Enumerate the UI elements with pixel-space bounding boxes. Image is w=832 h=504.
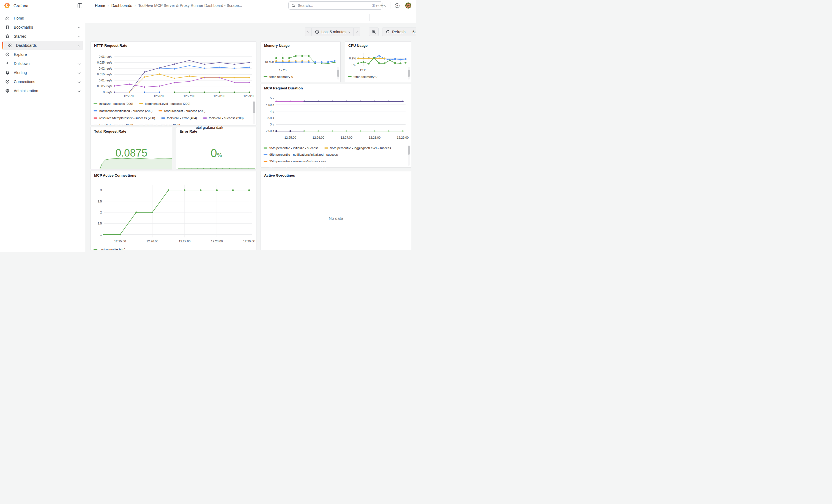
sidebar-item-administration[interactable]: Administration	[2, 86, 83, 95]
top-header: Grafana Home › Dashboards › ToolHive MCP…	[0, 0, 416, 11]
panel-error-rate: Error Rate 0%	[176, 127, 256, 169]
legend-item[interactable]: fetch-telemetry-0	[348, 75, 377, 79]
http-request-rate-chart[interactable]: 12:25:0012:26:0012:27:0012:28:0012:29:00…	[93, 53, 255, 102]
legend-scrollbar[interactable]	[408, 145, 410, 166]
panel-title[interactable]: HTTP Request Rate	[94, 44, 127, 48]
legend-item[interactable]: tools/call - success (200)	[203, 116, 244, 120]
time-shift-back-button[interactable]	[305, 27, 312, 36]
legend-item[interactable]: notifications/initialized - success (202…	[94, 109, 152, 113]
zoom-out-button[interactable]	[369, 27, 379, 36]
legend-item[interactable]: tools/call - error (404)	[161, 116, 197, 120]
svg-text:12:29:00: 12:29:00	[397, 136, 409, 139]
header-divider	[403, 2, 403, 9]
legend-item[interactable]: 95th percentile - initialize - success	[264, 146, 318, 150]
svg-text:4.50 s: 4.50 s	[266, 103, 274, 106]
panel-title[interactable]: Memory Usage	[264, 44, 289, 48]
panel-title[interactable]: Total Request Rate	[94, 129, 126, 133]
svg-text:12:26:00: 12:26:00	[154, 95, 165, 98]
legend-item[interactable]: 95th percentile - notifications/initiali…	[264, 152, 338, 157]
sidebar-item-connections[interactable]: Connections	[2, 77, 83, 86]
panel-title[interactable]: CPU Usage	[348, 44, 368, 48]
breadcrumb-current: ToolHive MCP Server & Proxy Runner Dashb…	[138, 3, 242, 8]
connections-legend: - (streamable-http)	[94, 247, 204, 250]
drilldown-icon	[5, 61, 10, 66]
sidebar-item-home[interactable]: Home	[2, 14, 83, 23]
svg-text:1: 1	[100, 233, 102, 236]
legend-scrollbar[interactable]	[337, 67, 339, 80]
grafana-logo-icon	[4, 2, 10, 9]
breadcrumb-home[interactable]: Home	[95, 3, 105, 8]
sidebar-item-explore[interactable]: Explore	[2, 50, 83, 59]
error-rate-value: 0%	[176, 147, 256, 160]
zoom-out-group	[369, 27, 379, 36]
svg-text:2.50 s: 2.50 s	[266, 129, 274, 133]
panel-title[interactable]: MCP Active Connections	[94, 173, 136, 178]
refresh-button[interactable]: Refresh	[382, 27, 409, 36]
svg-text:0.01 req/s: 0.01 req/s	[99, 79, 112, 82]
time-range-picker[interactable]: Last 5 minutes	[311, 27, 354, 36]
svg-text:12:27:00: 12:27:00	[183, 95, 196, 98]
header-divider	[390, 2, 390, 9]
memory-usage-chart[interactable]: 12:2516 MiB	[263, 49, 339, 75]
legend-item[interactable]: unknown - success (200)	[139, 123, 180, 126]
sidebar-item-dashboards[interactable]: Dashboards	[2, 41, 83, 50]
legend-scrollbar[interactable]	[253, 101, 255, 124]
panel-mcp-request-duration: MCP Request Duration 12:25:0012:26:0012:…	[261, 84, 411, 167]
grafana-app: Grafana Home › Dashboards › ToolHive MCP…	[0, 0, 416, 252]
star-icon	[5, 34, 10, 39]
no-data-message: No data	[261, 216, 411, 221]
legend-item[interactable]: logging/setLevel - success (200)	[139, 102, 190, 106]
add-new-button[interactable]: +	[380, 0, 386, 11]
panel-http-request-rate: HTTP Request Rate 12:25:0012:26:0012:27:…	[90, 41, 256, 126]
brand[interactable]: Grafana	[4, 2, 28, 9]
legend-item[interactable]: 95th percentile - resources/templates/li…	[264, 166, 340, 167]
actions-divider	[348, 14, 348, 21]
svg-text:12:25:00: 12:25:00	[285, 136, 296, 139]
legend-swatch	[139, 125, 143, 126]
refresh-interval-picker[interactable]: 5s	[409, 27, 416, 36]
legend-item[interactable]: 95th percentile - logging/setLevel - suc…	[324, 146, 391, 150]
svg-text:2: 2	[100, 211, 102, 214]
search-input[interactable]: Search... ⌘+k	[288, 1, 383, 10]
legend-item[interactable]: resources/templates/list - success (200)	[94, 116, 155, 120]
sidebar-item-drilldown[interactable]: Drilldown	[2, 59, 83, 68]
actions-divider	[369, 14, 369, 21]
panel-title[interactable]: Error Rate	[180, 129, 197, 133]
breadcrumb-dashboards[interactable]: Dashboards	[111, 3, 132, 8]
home-icon	[5, 16, 10, 21]
legend-item[interactable]: - (streamable-http)	[94, 247, 126, 250]
time-range-group: Last 5 minutes	[305, 27, 360, 36]
time-shift-forward-button[interactable]	[353, 27, 360, 36]
panel-title[interactable]: MCP Request Duration	[264, 86, 303, 90]
legend-swatch	[264, 76, 267, 77]
svg-text:3 s: 3 s	[270, 123, 274, 126]
svg-text:0.025 req/s: 0.025 req/s	[97, 61, 112, 64]
help-button[interactable]: ?	[394, 0, 400, 11]
floating-tooltip-label: otel-grafana-dark	[196, 126, 223, 130]
legend-swatch	[158, 110, 162, 111]
svg-text:3: 3	[100, 188, 102, 192]
brand-name: Grafana	[14, 3, 28, 8]
cpu-usage-chart[interactable]: 12:250.2%0%	[347, 49, 409, 75]
user-avatar[interactable]	[405, 2, 411, 8]
legend-item[interactable]: initialize - success (200)	[94, 102, 133, 106]
sidebar-item-starred[interactable]: Starred	[2, 32, 83, 41]
panel-mcp-active-connections: MCP Active Connections 12:25:0012:26:001…	[90, 171, 256, 250]
svg-text:0.03 req/s: 0.03 req/s	[99, 55, 112, 58]
svg-text:12:25: 12:25	[360, 69, 367, 72]
mcp-request-duration-chart[interactable]: 12:25:0012:26:0012:27:0012:28:0012:29:00…	[263, 92, 409, 143]
legend-item[interactable]: 95th percentile - resources/list - succe…	[264, 159, 326, 163]
legend-swatch	[264, 167, 267, 167]
sidebar-item-alerting[interactable]: Alerting	[2, 68, 83, 77]
panel-cpu-usage: CPU Usage 12:250.2%0% fetch-telemetry-0	[345, 41, 411, 82]
legend-item[interactable]: tools/list - success (200)	[94, 123, 133, 126]
panel-title[interactable]: Active Goroutines	[264, 173, 295, 178]
legend-scrollbar[interactable]	[408, 67, 410, 80]
mcp-active-connections-chart[interactable]: 12:25:0012:26:0012:27:0012:28:0012:29:00…	[93, 179, 255, 247]
legend-item[interactable]: resources/list - success (200)	[158, 109, 206, 113]
panel-memory-usage: Memory Usage 12:2516 MiB fetch-telemetry…	[261, 41, 341, 82]
sidebar-item-bookmarks[interactable]: Bookmarks	[2, 23, 83, 32]
panel-total-request-rate: Total Request Rate 0.0875	[90, 127, 172, 169]
legend-item[interactable]: fetch-telemetry-0	[264, 75, 293, 79]
sidebar-toggle-icon[interactable]	[78, 3, 82, 8]
